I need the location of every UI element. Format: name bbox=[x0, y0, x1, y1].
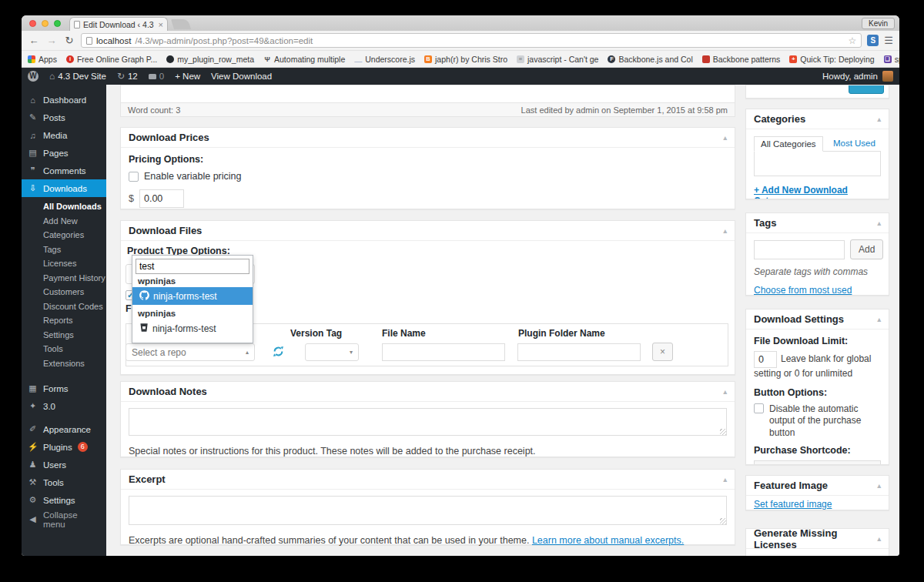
categories-header[interactable]: Categories ▴ bbox=[746, 109, 889, 129]
download-notes-header[interactable]: Download Notes ▴ bbox=[121, 382, 735, 402]
submenu-item[interactable]: Licenses bbox=[22, 256, 106, 271]
user-avatar[interactable] bbox=[882, 71, 893, 82]
collapse-toggle-icon[interactable]: ▴ bbox=[723, 227, 727, 235]
sidebar-menu-item[interactable]: ❞ Comments bbox=[22, 162, 106, 179]
bookmark-item[interactable]: Ψ Automating multiple bbox=[263, 55, 345, 64]
submenu-item[interactable]: Reports bbox=[22, 313, 106, 328]
tags-header[interactable]: Tags ▴ bbox=[746, 213, 889, 233]
add-tag-button[interactable]: Add bbox=[850, 239, 883, 259]
set-featured-image-link[interactable]: Set featured image bbox=[754, 499, 832, 510]
add-category-link[interactable]: + Add New Download Category bbox=[754, 185, 848, 199]
choose-tags-link[interactable]: Choose from most used Download tags bbox=[754, 285, 852, 296]
categories-list-panel[interactable] bbox=[754, 151, 881, 176]
submenu-item[interactable]: Categories bbox=[22, 228, 106, 242]
submenu-item[interactable]: Extensions bbox=[22, 356, 106, 371]
price-input[interactable] bbox=[139, 189, 184, 208]
sidebar-menu-item[interactable]: ▦ Forms bbox=[22, 380, 106, 397]
submenu-item[interactable]: Customers bbox=[22, 285, 106, 299]
sidebar-menu-item[interactable]: ▤ Pages bbox=[22, 144, 106, 162]
collapse-toggle-icon[interactable]: ▴ bbox=[877, 219, 881, 227]
remove-file-button[interactable]: × bbox=[652, 343, 673, 361]
sidebar-menu-item[interactable]: ⚡ Plugins 6 bbox=[22, 438, 106, 456]
file-name-input[interactable] bbox=[382, 343, 505, 361]
bookmark-star-icon[interactable]: ☆ bbox=[849, 35, 857, 46]
browser-tab[interactable]: Edit Download ‹ 4.3 Dev Si × bbox=[69, 17, 168, 31]
sidebar-menu-item[interactable]: ♫ Media bbox=[22, 126, 106, 144]
refresh-repos-icon[interactable] bbox=[273, 346, 284, 360]
submenu-item[interactable]: Settings bbox=[22, 328, 106, 343]
download-files-header[interactable]: Download Files ▴ bbox=[121, 221, 735, 241]
download-limit-input[interactable] bbox=[754, 351, 777, 368]
variable-pricing-checkbox[interactable] bbox=[129, 172, 139, 182]
excerpt-header[interactable]: Excerpt ▴ bbox=[121, 470, 735, 490]
folder-name-input[interactable] bbox=[517, 343, 641, 361]
bookmark-item[interactable]: ≡ javascript - Can't ge bbox=[517, 55, 598, 64]
extension-icon[interactable]: S bbox=[867, 35, 879, 46]
sidebar-menu-item[interactable]: ✦ 3.0 bbox=[22, 397, 106, 415]
updates-menu[interactable]: ↻ 12 bbox=[117, 71, 138, 82]
manual-excerpts-link[interactable]: Learn more about manual excerpts. bbox=[532, 535, 684, 546]
bookmark-item[interactable]: B japh(r) by Chris Stro bbox=[424, 55, 507, 64]
new-tag-input[interactable] bbox=[754, 240, 845, 259]
submenu-item[interactable]: All Downloads bbox=[22, 199, 106, 214]
sidebar-menu-item[interactable]: ⌂ Dashboard bbox=[22, 91, 106, 109]
new-tab-button[interactable] bbox=[171, 19, 191, 29]
editor-canvas[interactable] bbox=[121, 85, 735, 102]
bookmark-item[interactable]: F Backbone.js and Col bbox=[608, 55, 692, 64]
new-content-menu[interactable]: + New bbox=[175, 72, 200, 81]
version-tag-select[interactable]: ▾ bbox=[305, 343, 359, 361]
sidebar-menu-item[interactable]: ✎ Posts bbox=[22, 109, 106, 126]
bookmark-item[interactable]: my_plugin_row_meta bbox=[166, 55, 254, 64]
submenu-item[interactable]: Discount Codes bbox=[22, 299, 106, 314]
collapse-toggle-icon[interactable]: ▴ bbox=[723, 476, 727, 483]
submenu-item[interactable]: Payment History bbox=[22, 271, 106, 286]
disable-button-checkbox[interactable] bbox=[754, 403, 764, 413]
bookmark-item[interactable]: Backbone patterns bbox=[702, 55, 781, 64]
wp-logo-menu[interactable]: W bbox=[28, 71, 38, 82]
collapse-toggle-icon[interactable]: ▴ bbox=[877, 115, 881, 123]
collapse-toggle-icon[interactable]: ▴ bbox=[723, 134, 727, 142]
tab-close-icon[interactable]: × bbox=[159, 20, 163, 29]
chrome-menu-icon[interactable]: ☰ bbox=[884, 35, 893, 46]
collapse-toggle-icon[interactable]: ▴ bbox=[877, 535, 881, 543]
sidebar-item-downloads[interactable]: ⇩ Downloads bbox=[22, 179, 106, 197]
collapse-menu-button[interactable]: ◀ Collapse menu bbox=[22, 510, 106, 528]
comments-menu[interactable]: 0 bbox=[149, 72, 164, 81]
shortcode-field[interactable]: [purchase_link id="49" text="Purchase bbox=[754, 460, 881, 465]
bookmark-item[interactable]: + Quick Tip: Deploying bbox=[789, 55, 874, 64]
chrome-profile-button[interactable]: Kevin bbox=[862, 18, 895, 29]
download-notes-textarea[interactable] bbox=[129, 408, 727, 436]
collapse-toggle-icon[interactable]: ▴ bbox=[723, 388, 727, 396]
sidebar-menu-item[interactable]: ✐ Appearance bbox=[22, 420, 106, 438]
sidebar-menu-item[interactable]: ⚙ Settings bbox=[22, 491, 106, 509]
minimize-window-button[interactable] bbox=[42, 20, 49, 27]
bookmark-item[interactable]: ❑ spearshak3r - Twitch bbox=[884, 55, 899, 64]
repo-option-bitbucket[interactable]: ninja-forms-test bbox=[132, 319, 253, 337]
submenu-item[interactable]: Add New bbox=[22, 214, 106, 229]
repo-select[interactable]: Select a repo ▴ bbox=[126, 343, 255, 361]
reload-icon[interactable]: ↻ bbox=[63, 35, 75, 46]
sidebar-menu-item[interactable]: ⚒ Tools bbox=[22, 473, 106, 491]
close-window-button[interactable] bbox=[29, 20, 36, 27]
forward-icon[interactable]: → bbox=[45, 35, 58, 46]
sidebar-menu-item[interactable]: ♟ Users bbox=[22, 456, 106, 473]
generate-licenses-header[interactable]: Generate Missing Licenses ▴ bbox=[746, 529, 889, 549]
submenu-item[interactable]: Tags bbox=[22, 242, 106, 257]
bookmark-item[interactable]: i Free Online Graph P... bbox=[66, 55, 157, 64]
zoom-window-button[interactable] bbox=[54, 20, 61, 27]
featured-image-header[interactable]: Featured Image ▴ bbox=[746, 476, 889, 496]
site-name-menu[interactable]: ⌂ 4.3 Dev Site bbox=[49, 71, 106, 82]
update-button[interactable] bbox=[849, 85, 884, 94]
submenu-item[interactable]: Tools bbox=[22, 342, 106, 356]
repo-option-github[interactable]: ninja-forms-test bbox=[132, 287, 253, 305]
view-download-menu[interactable]: View Download bbox=[211, 72, 272, 81]
howdy-menu[interactable]: Howdy, admin bbox=[822, 72, 878, 81]
excerpt-textarea[interactable] bbox=[129, 496, 727, 525]
bookmark-item[interactable]: __ Underscore.js bbox=[354, 55, 415, 64]
download-settings-header[interactable]: Download Settings ▴ bbox=[746, 309, 889, 329]
tab-all-categories[interactable]: All Categories bbox=[754, 136, 823, 152]
tab-most-used[interactable]: Most Used bbox=[833, 139, 875, 148]
repo-search-input[interactable] bbox=[136, 259, 249, 274]
address-bar[interactable]: localhost /4.3/wp-admin/post.php?post=49… bbox=[81, 33, 862, 48]
collapse-toggle-icon[interactable]: ▴ bbox=[877, 316, 881, 323]
